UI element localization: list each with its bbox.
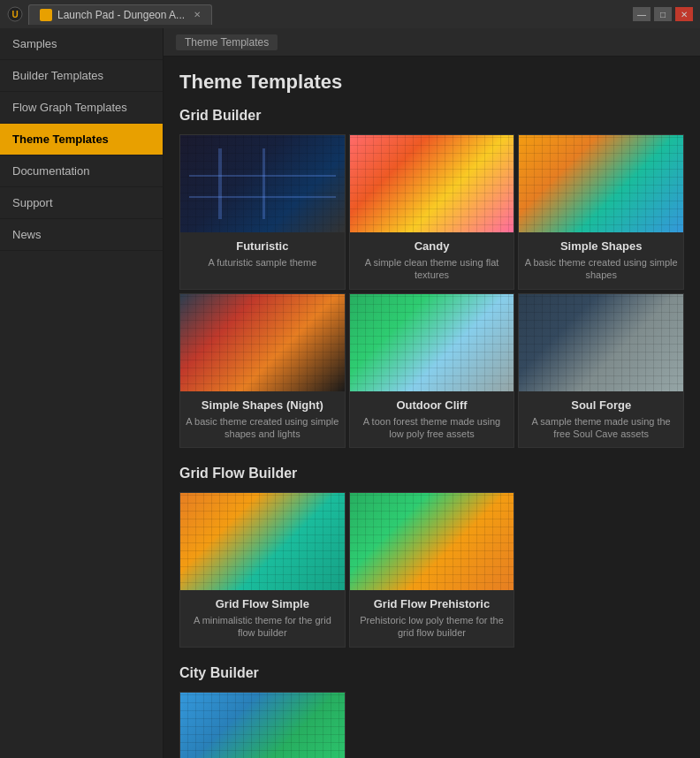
card-grid-flow-prehistoric-name: Grid Flow Prehistoric	[355, 597, 509, 610]
card-grid-flow-simple-image	[180, 493, 345, 590]
card-grid-flow-prehistoric-desc: Prehistoric low poly theme for the grid …	[355, 614, 509, 640]
simple-shapes-thumb	[519, 135, 683, 232]
card-candy-body: Candy A simple clean theme using flat te…	[350, 232, 514, 289]
page-title: Theme Templates	[179, 71, 684, 94]
maximize-button[interactable]: □	[654, 7, 672, 21]
sidebar-item-theme-templates[interactable]: Theme Templates	[0, 124, 163, 155]
card-grid-flow-simple-desc: A minimalistic theme for the grid flow b…	[186, 614, 339, 640]
window-controls: — □ ✕	[633, 7, 693, 21]
sidebar-item-news[interactable]: News	[0, 219, 163, 251]
card-grid-flow-simple[interactable]: Grid Flow Simple A minimalistic theme fo…	[179, 492, 346, 648]
city-builder-thumb	[180, 693, 345, 758]
card-grid-flow-simple-name: Grid Flow Simple	[186, 597, 339, 610]
card-futuristic-body: Futuristic A futuristic sample theme	[180, 232, 345, 276]
card-simple-shapes-night-image	[180, 294, 345, 391]
tab-icon	[40, 9, 52, 21]
card-candy-image	[350, 135, 514, 232]
title-bar-left: U Launch Pad - Dungeon A... ✕	[7, 4, 212, 25]
card-soul-forge-image	[519, 294, 683, 391]
grid-builder-grid: Futuristic A futuristic sample theme Can…	[179, 134, 684, 448]
card-simple-shapes-night-body: Simple Shapes (Night) A basic theme crea…	[180, 391, 345, 448]
sidebar-item-samples[interactable]: Samples	[0, 28, 163, 60]
svg-text:U: U	[11, 10, 18, 19]
sidebar-item-documentation[interactable]: Documentation	[0, 155, 163, 187]
title-bar: U Launch Pad - Dungeon A... ✕ — □ ✕	[0, 0, 700, 28]
content-scroll[interactable]: Theme Templates Grid Builder Futuristic …	[164, 57, 700, 758]
sidebar-item-flow-graph-templates[interactable]: Flow Graph Templates	[0, 92, 163, 124]
grid-flow-builder-title: Grid Flow Builder	[179, 466, 684, 481]
grid-builder-title: Grid Builder	[179, 108, 684, 124]
tab-title: Launch Pad - Dungeon A...	[57, 9, 185, 21]
card-soul-forge[interactable]: Soul Forge A sample theme made using the…	[518, 293, 684, 449]
minimize-button[interactable]: —	[633, 7, 651, 21]
card-soul-forge-desc: A sample theme made using the free Soul …	[524, 415, 678, 441]
grid-builder-section: Grid Builder Futuristic A futuristic sam…	[179, 108, 684, 448]
card-city-builder-image	[180, 693, 345, 758]
outdoor-cliff-thumb	[350, 294, 514, 391]
card-futuristic[interactable]: Futuristic A futuristic sample theme	[179, 134, 346, 290]
sidebar-item-builder-templates[interactable]: Builder Templates	[0, 60, 163, 92]
card-outdoor-cliff-name: Outdoor Cliff	[355, 398, 509, 412]
card-grid-flow-prehistoric[interactable]: Grid Flow Prehistoric Prehistoric low po…	[349, 492, 515, 648]
card-simple-shapes-night-name: Simple Shapes (Night)	[186, 398, 339, 412]
card-outdoor-cliff[interactable]: Outdoor Cliff A toon forest theme made u…	[349, 293, 515, 449]
city-builder-section: City Builder City Builder A city builder…	[179, 665, 684, 758]
grid-flow-simple-thumb	[180, 493, 345, 590]
card-simple-shapes[interactable]: Simple Shapes A basic theme created usin…	[518, 134, 684, 290]
grid-flow-builder-grid: Grid Flow Simple A minimalistic theme fo…	[179, 492, 684, 648]
main-layout: Samples Builder Templates Flow Graph Tem…	[0, 28, 700, 758]
card-simple-shapes-name: Simple Shapes	[524, 239, 678, 253]
card-futuristic-name: Futuristic	[186, 239, 339, 253]
card-simple-shapes-body: Simple Shapes A basic theme created usin…	[519, 232, 683, 289]
card-futuristic-image	[180, 135, 345, 232]
breadcrumb: Theme Templates	[176, 34, 278, 50]
card-outdoor-cliff-body: Outdoor Cliff A toon forest theme made u…	[350, 391, 514, 448]
soul-forge-thumb	[519, 294, 683, 391]
city-builder-grid: City Builder A city builder theme	[179, 692, 684, 758]
card-grid-flow-simple-body: Grid Flow Simple A minimalistic theme fo…	[180, 590, 345, 647]
card-outdoor-cliff-image	[350, 294, 514, 391]
card-outdoor-cliff-desc: A toon forest theme made using low poly …	[355, 415, 509, 441]
card-simple-shapes-night-desc: A basic theme created using simple shape…	[186, 415, 339, 441]
grid-flow-prehistoric-thumb	[350, 493, 514, 590]
card-candy-name: Candy	[355, 239, 509, 253]
futuristic-thumb	[180, 135, 345, 232]
sidebar: Samples Builder Templates Flow Graph Tem…	[0, 28, 164, 758]
tab-close-button[interactable]: ✕	[194, 10, 201, 19]
content-area: Theme Templates Theme Templates Grid Bui…	[164, 28, 700, 758]
card-grid-flow-prehistoric-image	[350, 493, 514, 590]
candy-thumb	[350, 135, 514, 232]
card-grid-flow-prehistoric-body: Grid Flow Prehistoric Prehistoric low po…	[350, 590, 514, 647]
grid-flow-builder-section: Grid Flow Builder Grid Flow Simple A min…	[179, 466, 684, 648]
card-simple-shapes-night[interactable]: Simple Shapes (Night) A basic theme crea…	[179, 293, 346, 449]
sidebar-item-support[interactable]: Support	[0, 187, 163, 219]
card-candy-desc: A simple clean theme using flat textures	[355, 256, 509, 282]
card-futuristic-desc: A futuristic sample theme	[186, 256, 339, 269]
simple-shapes-night-thumb	[180, 294, 345, 391]
card-candy[interactable]: Candy A simple clean theme using flat te…	[349, 134, 515, 290]
breadcrumb-bar: Theme Templates	[164, 28, 700, 57]
card-simple-shapes-image	[519, 135, 683, 232]
card-soul-forge-name: Soul Forge	[524, 398, 678, 412]
ue-logo-icon: U	[7, 6, 23, 22]
close-button[interactable]: ✕	[675, 7, 693, 21]
card-city-builder[interactable]: City Builder A city builder theme	[179, 692, 346, 758]
city-builder-title: City Builder	[179, 665, 684, 681]
active-tab[interactable]: Launch Pad - Dungeon A... ✕	[28, 4, 212, 25]
card-simple-shapes-desc: A basic theme created using simple shape…	[524, 256, 678, 282]
card-soul-forge-body: Soul Forge A sample theme made using the…	[519, 391, 683, 448]
